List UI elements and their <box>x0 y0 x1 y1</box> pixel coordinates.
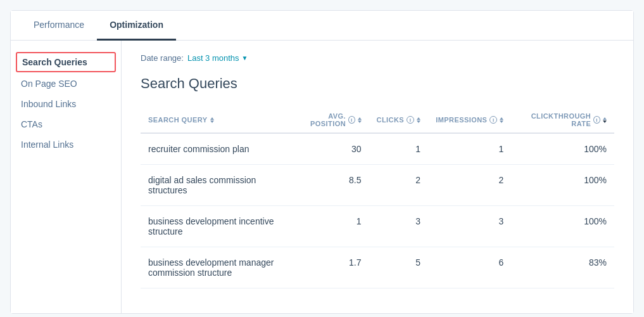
sort-icon-search-query[interactable] <box>210 117 214 123</box>
date-range-picker[interactable]: Last 3 months ▼ <box>187 53 248 63</box>
col-header-clickthrough-rate: CLICKTHROUGH RATE i <box>511 107 614 133</box>
date-range-value-text: Last 3 months <box>187 53 239 63</box>
chevron-down-icon: ▼ <box>242 55 248 61</box>
cell-avg-position: 1.7 <box>291 247 369 288</box>
main-content: Search Queries On Page SEO Inbound Links… <box>11 41 633 313</box>
cell-clicks: 5 <box>369 247 429 288</box>
cell-clickthrough-rate: 100% <box>511 165 614 206</box>
cell-impressions: 2 <box>428 165 511 206</box>
table-row: business development incentive structure… <box>141 206 614 247</box>
table-row: digital ad sales commission structures8.… <box>141 165 614 206</box>
info-icon-clickthrough-rate[interactable]: i <box>593 116 600 124</box>
cell-search-query: business development manager commission … <box>141 247 291 288</box>
cell-avg-position: 1 <box>291 206 369 247</box>
cell-search-query: business development incentive structure <box>141 206 291 247</box>
top-tabs: Performance Optimization <box>11 11 633 41</box>
sort-icon-avg-position[interactable] <box>358 117 362 123</box>
tab-optimization[interactable]: Optimization <box>97 11 176 41</box>
cell-avg-position: 30 <box>291 133 369 165</box>
cell-clickthrough-rate: 100% <box>511 206 614 247</box>
col-header-avg-position: AVG. POSITION i <box>291 107 369 133</box>
cell-impressions: 3 <box>428 206 511 247</box>
cell-search-query: digital ad sales commission structures <box>141 165 291 206</box>
content-panel: Date range: Last 3 months ▼ Search Queri… <box>122 41 633 313</box>
cell-clicks: 3 <box>369 206 429 247</box>
sidebar-item-inbound-links[interactable]: Inbound Links <box>11 94 121 114</box>
sidebar-item-on-page-seo[interactable]: On Page SEO <box>11 74 121 94</box>
sidebar-item-search-queries[interactable]: Search Queries <box>16 52 116 72</box>
sort-icon-clickthrough-rate[interactable] <box>603 117 607 123</box>
sidebar-item-internal-links[interactable]: Internal Links <box>11 134 121 155</box>
col-header-impressions: IMPRESSIONS i <box>428 107 511 133</box>
cell-impressions: 1 <box>428 133 511 165</box>
cell-impressions: 6 <box>428 247 511 288</box>
sort-icon-clicks[interactable] <box>417 117 420 123</box>
sidebar: Search Queries On Page SEO Inbound Links… <box>11 41 122 313</box>
table-row: recruiter commission plan3011100% <box>141 133 614 165</box>
info-icon-clicks[interactable]: i <box>407 116 414 124</box>
cell-clicks: 2 <box>369 165 429 206</box>
section-title: Search Queries <box>141 75 614 92</box>
cell-search-query: recruiter commission plan <box>141 133 291 165</box>
search-queries-table: SEARCH QUERY AVG. POSITION <box>141 107 614 288</box>
cell-clicks: 1 <box>369 133 429 165</box>
cell-clickthrough-rate: 100% <box>511 133 614 165</box>
cell-avg-position: 8.5 <box>291 165 369 206</box>
info-icon-impressions[interactable]: i <box>489 116 497 124</box>
date-range-bar: Date range: Last 3 months ▼ <box>141 53 614 63</box>
col-header-clicks: CLICKS i <box>369 107 429 133</box>
sidebar-item-ctas[interactable]: CTAs <box>11 114 121 134</box>
table-header-row: SEARCH QUERY AVG. POSITION <box>141 107 614 133</box>
date-range-label: Date range: <box>141 53 184 63</box>
tab-performance[interactable]: Performance <box>21 11 97 41</box>
info-icon-avg-position[interactable]: i <box>348 116 355 124</box>
col-header-search-query: SEARCH QUERY <box>141 107 291 133</box>
sort-icon-impressions[interactable] <box>500 117 503 123</box>
cell-clickthrough-rate: 83% <box>511 247 614 288</box>
table-row: business development manager commission … <box>141 247 614 288</box>
